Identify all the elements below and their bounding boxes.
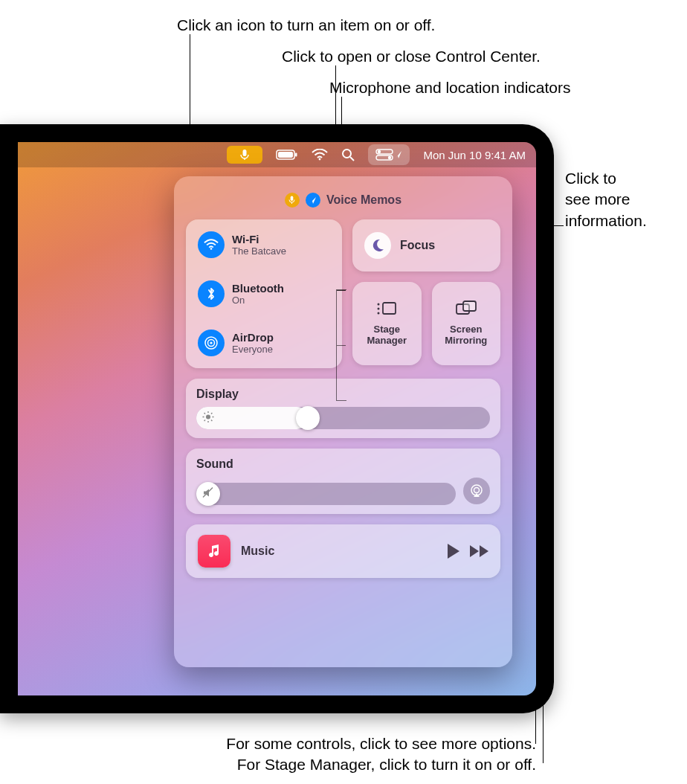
bluetooth-row[interactable]: Bluetooth On (198, 280, 330, 307)
control-center-icon (375, 149, 393, 161)
bluetooth-status: On (232, 295, 284, 306)
screen-mirroring-icon (455, 301, 477, 318)
mic-indicator-pill[interactable] (227, 146, 262, 164)
svg-point-21 (378, 312, 380, 315)
svg-point-11 (388, 156, 391, 159)
callout-more-info: Click to see more information. (565, 168, 647, 231)
wifi-icon[interactable] (312, 149, 328, 161)
brightness-slider[interactable] (196, 407, 490, 429)
battery-icon[interactable] (276, 149, 298, 161)
stage-label-2: Manager (367, 335, 407, 346)
volume-mute-icon (202, 487, 214, 501)
svg-rect-13 (291, 202, 292, 204)
focus-card[interactable]: Focus (352, 219, 500, 271)
svg-line-30 (211, 420, 212, 421)
screen-mirroring-tile[interactable]: ScreenMirroring (432, 282, 501, 365)
now-playing-card[interactable]: Music (186, 524, 500, 578)
mirror-label-2: Mirroring (445, 335, 487, 346)
svg-line-29 (204, 413, 205, 414)
wifi-status: The Batcave (232, 245, 286, 257)
svg-point-17 (210, 341, 212, 344)
desktop: Mon Jun 10 9:41 AM Voice Memos (18, 142, 536, 695)
wifi-toggle-icon[interactable] (198, 231, 225, 258)
menubar: Mon Jun 10 9:41 AM (18, 142, 536, 167)
focus-icon (364, 232, 391, 259)
connectivity-bracket (336, 289, 346, 401)
svg-point-5 (319, 158, 321, 161)
wifi-label: Wi-Fi (232, 233, 286, 245)
callout-more-options-1: For some controls, click to see more opt… (120, 733, 536, 754)
stage-label-1: Stage (374, 324, 400, 335)
mirror-label-1: Screen (450, 324, 482, 335)
stage-manager-tile[interactable]: StageManager (352, 282, 422, 365)
location-dot-icon (306, 193, 320, 208)
svg-rect-3 (278, 152, 293, 158)
svg-point-35 (474, 488, 480, 493)
airdrop-row[interactable]: AirDrop Everyone (198, 330, 330, 356)
svg-rect-4 (295, 153, 297, 157)
spotlight-icon[interactable] (341, 148, 355, 161)
airplay-audio-button[interactable] (463, 478, 490, 504)
sound-card[interactable]: Sound (186, 449, 500, 514)
wifi-row[interactable]: Wi-Fi The Batcave (198, 231, 330, 258)
sound-label: Sound (196, 457, 490, 471)
svg-point-20 (378, 308, 380, 310)
svg-point-6 (343, 150, 351, 158)
airdrop-label: AirDrop (232, 331, 274, 344)
now-playing-title: Music (241, 544, 437, 558)
microphone-dot-icon (285, 193, 300, 208)
microphone-icon (239, 149, 250, 161)
airdrop-status: Everyone (232, 344, 274, 355)
svg-line-31 (204, 420, 205, 421)
stage-manager-icon (375, 301, 398, 318)
callout-more-options-2: For Stage Manager, click to turn it on o… (120, 754, 536, 775)
app-using-sensors[interactable]: Voice Memos (186, 193, 500, 208)
callout-open-cc: Click to open or close Control Center. (282, 46, 541, 67)
svg-line-7 (350, 157, 354, 161)
svg-rect-18 (383, 303, 396, 314)
location-arrow-icon (395, 150, 402, 159)
next-track-button[interactable] (470, 545, 488, 557)
brightness-low-icon (202, 411, 214, 425)
control-center-menubar-button[interactable] (368, 144, 410, 165)
laptop-frame: Mon Jun 10 9:41 AM Voice Memos (0, 124, 554, 713)
svg-point-24 (206, 415, 210, 420)
svg-rect-23 (463, 301, 476, 311)
focus-label: Focus (400, 239, 435, 252)
svg-rect-12 (291, 196, 294, 202)
volume-slider[interactable] (196, 483, 456, 505)
bluetooth-label: Bluetooth (232, 282, 284, 295)
airdrop-toggle-icon[interactable] (198, 330, 225, 356)
svg-point-14 (210, 248, 213, 250)
svg-rect-1 (245, 158, 245, 160)
svg-point-9 (378, 150, 381, 153)
control-center-panel: Voice Memos Wi-Fi The Batcave (174, 176, 512, 667)
clock[interactable]: Mon Jun 10 9:41 AM (423, 149, 526, 161)
callout-toggle: Click an icon to turn an item on or off. (177, 15, 435, 36)
callout-indicators: Microphone and location indicators (329, 77, 571, 98)
play-button[interactable] (448, 544, 459, 559)
airplay-icon (469, 484, 484, 498)
app-using-sensors-label: Voice Memos (326, 193, 401, 207)
svg-rect-0 (243, 150, 247, 156)
music-app-icon (198, 535, 230, 568)
connectivity-card[interactable]: Wi-Fi The Batcave Bluetooth On (186, 219, 342, 368)
svg-line-32 (211, 413, 212, 414)
bluetooth-toggle-icon[interactable] (198, 280, 225, 307)
svg-point-19 (378, 303, 380, 306)
